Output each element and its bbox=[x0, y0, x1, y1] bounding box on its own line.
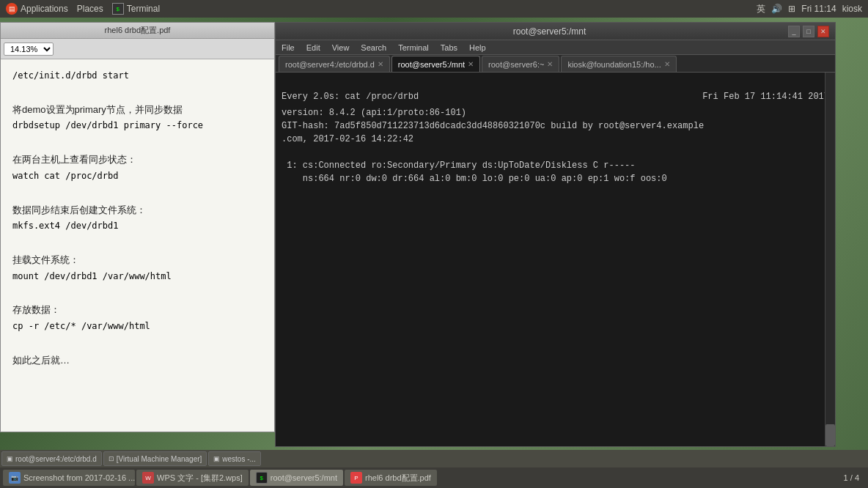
taskbar-wps-label: WPS 文字 - [集群2.wps] bbox=[157, 473, 243, 484]
pdf-line-12: 如此之后就… bbox=[12, 352, 262, 369]
mini-win-westos-icon: ▣ bbox=[213, 455, 220, 462]
top-panel-right: 英 🔊 ⊞ Fri 11:14 kiosk bbox=[757, 3, 862, 15]
pdf-line-5: watch cat /proc/drbd bbox=[12, 169, 262, 185]
tab-foundation15-label: kiosk@foundation15:/ho... bbox=[567, 60, 661, 69]
terminal-menubar: File Edit View Search Terminal Tabs Help bbox=[276, 40, 835, 55]
pdf-line-9: mount /dev/drbd1 /var/www/html bbox=[12, 269, 262, 285]
pdf-content: /etc/init.d/drbd start 将demo设置为primary节点… bbox=[1, 59, 274, 432]
terminal-title: root@server5:/mnt bbox=[311, 26, 788, 37]
window-controls: _ □ ✕ bbox=[788, 26, 829, 37]
tab-foundation15-close[interactable]: ✕ bbox=[664, 60, 670, 68]
taskbar-terminal[interactable]: $ root@server5:/mnt bbox=[250, 470, 343, 486]
menu-view[interactable]: View bbox=[329, 43, 353, 52]
terminal-taskbar-icon: $ bbox=[256, 472, 268, 484]
top-panel: ▤ Applications Places $ Terminal 英 🔊 ⊞ F… bbox=[0, 0, 868, 18]
taskbar-terminal-label: root@server5:/mnt bbox=[271, 473, 337, 482]
pdf-toolbar: 14.13% bbox=[1, 39, 274, 59]
tab-server4-label: root@server4:/etc/drbd.d bbox=[285, 60, 375, 69]
taskbar-pdf[interactable]: P rhel6 drbd配置.pdf bbox=[345, 470, 437, 486]
menu-edit[interactable]: Edit bbox=[304, 43, 323, 52]
menu-search[interactable]: Search bbox=[358, 43, 389, 52]
menu-terminal[interactable]: Terminal bbox=[395, 43, 432, 52]
wps-icon: W bbox=[142, 472, 154, 484]
pdf-taskbar-icon: P bbox=[350, 472, 362, 484]
pdf-line-11: cp -r /etc/* /var/www/html bbox=[12, 319, 262, 335]
taskbar-pdf-label: rhel6 drbd配置.pdf bbox=[365, 473, 431, 484]
pdf-page-number: 1 / 4 bbox=[838, 473, 865, 482]
terminal-watch-cmd: Every 2.0s: cat /proc/drbd bbox=[282, 90, 419, 103]
language-indicator: 英 bbox=[757, 3, 765, 15]
pdf-window: rhel6 drbd配置.pdf 14.13% /etc/init.d/drbd… bbox=[0, 22, 275, 432]
taskbar-screenshot-label: Screenshot from 2017-02-16 ... bbox=[23, 473, 135, 482]
pdf-line-1: /etc/init.d/drbd start bbox=[12, 68, 262, 84]
terminal-titlebar: root@server5:/mnt _ □ ✕ bbox=[276, 23, 835, 40]
pdf-titlebar: rhel6 drbd配置.pdf bbox=[1, 23, 274, 39]
tab-server5[interactable]: root@server5:/mnt ✕ bbox=[391, 56, 480, 72]
terminal-content: version: 8.4.2 (api:1/proto:86-101) GIT-… bbox=[282, 108, 704, 184]
pdf-line-7: mkfs.ext4 /dev/drbd1 bbox=[12, 218, 262, 234]
mini-windows-strip: ▣ root@server4:/etc/drbd.d ⊡ [Virtual Ma… bbox=[0, 450, 868, 467]
kiosk-label: kiosk bbox=[842, 4, 862, 14]
places-menu[interactable]: Places bbox=[77, 4, 103, 14]
menu-tabs[interactable]: Tabs bbox=[438, 43, 460, 52]
tab-server6[interactable]: root@server6:~ ✕ bbox=[482, 56, 559, 72]
volume-icon: 🔊 bbox=[771, 4, 782, 14]
tab-server4-close[interactable]: ✕ bbox=[378, 60, 383, 68]
applications-menu[interactable]: ▤ Applications bbox=[6, 3, 68, 15]
pdf-title: rhel6 drbd配置.pdf bbox=[105, 25, 171, 36]
pdf-line-3: drbdsetup /dev/drbd1 primary --force bbox=[12, 118, 262, 134]
network-icon: ⊞ bbox=[788, 4, 795, 14]
maximize-button[interactable]: □ bbox=[803, 26, 814, 37]
mini-win-vmm-label: [Virtual Machine Manager] bbox=[117, 455, 202, 463]
mini-win-vmm-icon: ⊡ bbox=[108, 455, 114, 462]
terminal-menu[interactable]: $ Terminal bbox=[112, 3, 160, 15]
terminal-icon: $ bbox=[112, 3, 124, 15]
pdf-line-6: 数据同步结束后创建文件系统： bbox=[12, 202, 262, 218]
pdf-line-8: 挂载文件系统： bbox=[12, 251, 262, 268]
tab-server5-close[interactable]: ✕ bbox=[468, 60, 474, 68]
mini-win-server4[interactable]: ▣ root@server4:/etc/drbd.d bbox=[1, 451, 102, 466]
mini-win-server4-label: root@server4:/etc/drbd.d bbox=[15, 455, 97, 463]
scrollbar-thumb[interactable] bbox=[825, 424, 835, 446]
tab-server6-label: root@server6:~ bbox=[488, 60, 544, 69]
taskbar-screenshot[interactable]: 📷 Screenshot from 2017-02-16 ... bbox=[3, 470, 135, 486]
time-display: Fri 11:14 bbox=[801, 4, 836, 14]
mini-win-server4-icon: ▣ bbox=[7, 455, 13, 462]
terminal-tabs: root@server4:/etc/drbd.d ✕ root@server5:… bbox=[276, 55, 835, 73]
taskbar-wps[interactable]: W WPS 文字 - [集群2.wps] bbox=[136, 470, 249, 486]
zoom-select[interactable]: 14.13% bbox=[4, 42, 54, 56]
mini-win-westos[interactable]: ▣ westos -... bbox=[208, 451, 261, 466]
screenshot-icon: 📷 bbox=[9, 472, 21, 484]
menu-help[interactable]: Help bbox=[466, 43, 489, 52]
terminal-scrollbar[interactable] bbox=[825, 73, 835, 446]
top-panel-left: ▤ Applications Places $ Terminal bbox=[6, 3, 160, 15]
terminal-body: Every 2.0s: cat /proc/drbdFri Feb 17 11:… bbox=[276, 73, 835, 446]
mini-win-vmm[interactable]: ⊡ [Virtual Machine Manager] bbox=[103, 451, 207, 466]
pdf-line-10: 存放数据： bbox=[12, 301, 262, 318]
tab-server5-label: root@server5:/mnt bbox=[398, 60, 465, 69]
close-button[interactable]: ✕ bbox=[817, 26, 829, 37]
pdf-line-4: 在两台主机上查看同步状态： bbox=[12, 151, 262, 168]
terminal-window: root@server5:/mnt _ □ ✕ File Edit View S… bbox=[275, 22, 836, 447]
terminal-watch-header: Every 2.0s: cat /proc/drbdFri Feb 17 11:… bbox=[282, 90, 829, 103]
tab-foundation15[interactable]: kiosk@foundation15:/ho... ✕ bbox=[561, 56, 676, 72]
terminal-label: Terminal bbox=[127, 4, 160, 14]
pdf-line-2: 将demo设置为primary节点，并同步数据 bbox=[12, 101, 262, 118]
menu-file[interactable]: File bbox=[279, 43, 298, 52]
tab-server6-close[interactable]: ✕ bbox=[547, 60, 553, 68]
taskbar: 📷 Screenshot from 2017-02-16 ... W WPS 文… bbox=[0, 467, 868, 488]
minimize-button[interactable]: _ bbox=[788, 26, 800, 37]
places-label: Places bbox=[77, 4, 103, 14]
mini-win-westos-label: westos -... bbox=[222, 455, 256, 463]
tab-server4[interactable]: root@server4:/etc/drbd.d ✕ bbox=[279, 56, 390, 72]
terminal-timestamp: Fri Feb 17 11:14:41 2017 bbox=[702, 90, 829, 103]
applications-label: Applications bbox=[21, 4, 68, 14]
apps-icon: ▤ bbox=[6, 3, 18, 15]
